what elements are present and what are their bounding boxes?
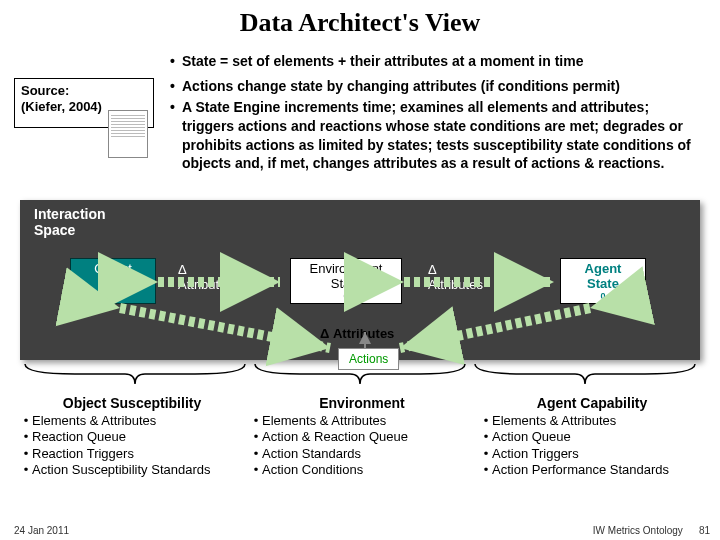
col-agent: Agent Capability •Elements & Attributes …	[480, 395, 710, 478]
environment-state-box: EnvironmentState0	[290, 258, 402, 304]
list-item: Action & Reaction Queue	[262, 429, 408, 445]
col-env: Environment •Elements & Attributes •Acti…	[250, 395, 480, 478]
col-object-title: Object Susceptibility	[20, 395, 244, 411]
top-bullets: •State = set of elements + their attribu…	[170, 52, 700, 173]
page-title: Data Architect's View	[0, 0, 720, 38]
list-item: Action Performance Standards	[492, 462, 669, 478]
footer-date: 24 Jan 2011	[14, 525, 69, 536]
interaction-space-label: InteractionSpace	[34, 206, 106, 238]
list-item: Elements & Attributes	[32, 413, 156, 429]
list-item: Elements & Attributes	[492, 413, 616, 429]
document-icon	[108, 110, 148, 158]
brace-agent	[470, 362, 700, 390]
footer: 24 Jan 2011 IW Metrics Ontology 81	[14, 525, 710, 536]
object-state-box: ObjectState0	[70, 258, 156, 304]
list-item: Action Conditions	[262, 462, 363, 478]
brace-object	[20, 362, 250, 390]
footer-page: 81	[699, 525, 710, 536]
list-item: Elements & Attributes	[262, 413, 386, 429]
footer-project: IW Metrics Ontology	[593, 525, 683, 536]
list-item: Action Standards	[262, 446, 361, 462]
delta-attributes-2: ΔAttributes	[428, 262, 483, 292]
delta-attributes-1: ΔAttributes	[178, 262, 233, 292]
source-label: Source:	[21, 83, 147, 99]
list-item: Action Triggers	[492, 446, 579, 462]
bullet-3: A State Engine increments time; examines…	[182, 98, 700, 174]
list-item: Action Queue	[492, 429, 571, 445]
bullet-2: Actions change state by changing attribu…	[182, 77, 700, 96]
col-env-title: Environment	[250, 395, 474, 411]
list-item: Action Susceptibility Standards	[32, 462, 210, 478]
col-object: Object Susceptibility •Elements & Attrib…	[20, 395, 250, 478]
brace-env	[250, 362, 470, 390]
agent-state-box: AgentState0	[560, 258, 646, 304]
bottom-columns: Object Susceptibility •Elements & Attrib…	[20, 395, 710, 478]
braces-row	[20, 362, 700, 390]
delta-attributes-below: Δ Attributes	[320, 326, 394, 341]
list-item: Reaction Triggers	[32, 446, 134, 462]
bullet-1: State = set of elements + their attribut…	[182, 52, 700, 71]
col-agent-title: Agent Capability	[480, 395, 704, 411]
list-item: Reaction Queue	[32, 429, 126, 445]
